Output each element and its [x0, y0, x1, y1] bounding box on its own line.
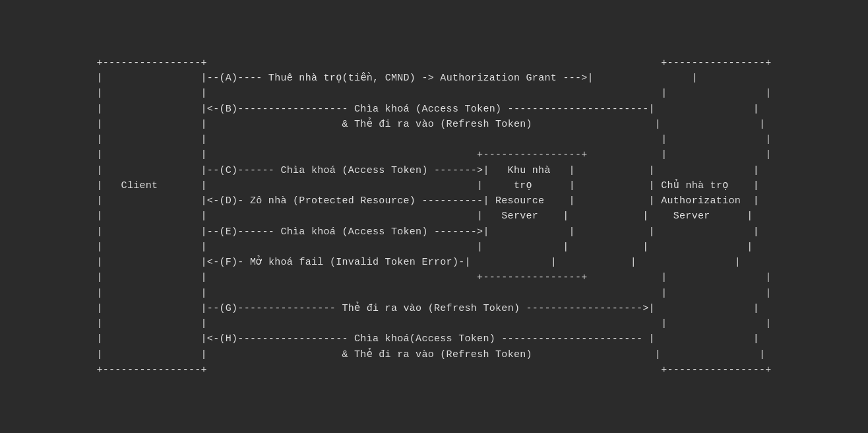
diagram-container: +----------------+ +----------------+ | … — [12, 9, 856, 424]
diagram-text: +----------------+ +----------------+ | … — [96, 55, 771, 378]
